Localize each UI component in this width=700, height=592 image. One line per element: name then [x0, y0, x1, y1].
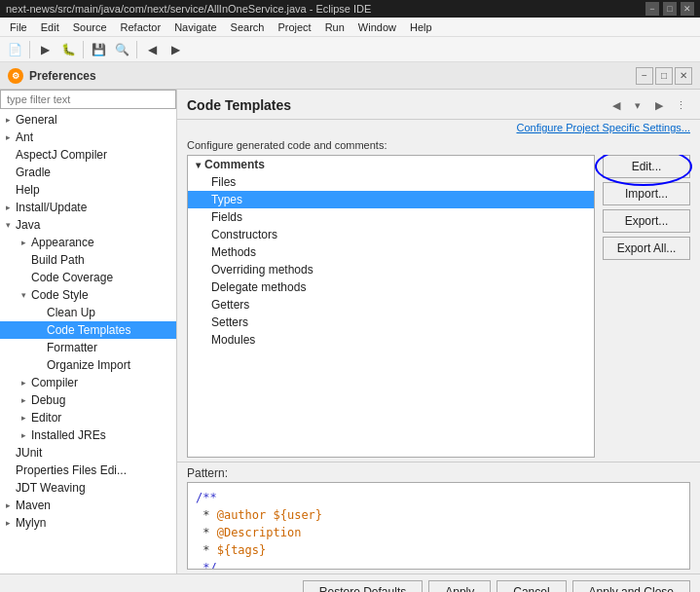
pattern-editor[interactable]: /** * @author ${user} * @Description * $… [187, 482, 690, 570]
toolbar-new[interactable]: 📄 [4, 39, 25, 60]
arrow-mylyn [0, 518, 16, 528]
tree-label-aspectj: AspectJ Compiler [16, 148, 107, 162]
tree-item-codetemplates[interactable]: Code Templates [0, 321, 176, 339]
tree-item-maven[interactable]: Maven [0, 497, 176, 514]
tree-item-buildpath[interactable]: Build Path [0, 251, 176, 269]
toolbar-save[interactable]: 💾 [88, 39, 109, 60]
tree-item-formatter[interactable]: Formatter [0, 339, 176, 356]
ct-item-getters[interactable]: Getters [188, 296, 594, 314]
toolbar-forward[interactable]: ▶ [165, 39, 186, 60]
tree-item-cleanup[interactable]: Clean Up [0, 304, 176, 321]
tree-item-help[interactable]: Help [0, 181, 176, 199]
nav-back[interactable]: ◀ [607, 95, 626, 115]
menu-file[interactable]: File [4, 20, 33, 34]
tree-label-gradle: Gradle [16, 166, 51, 179]
ct-arrow-comments: ▾ [196, 160, 201, 170]
ct-item-modules[interactable]: Modules [188, 331, 594, 349]
menu-refactor[interactable]: Refactor [115, 20, 167, 34]
tree-item-general[interactable]: General [0, 111, 176, 129]
filter-input[interactable] [0, 90, 176, 109]
tree-label-formatter: Formatter [47, 341, 97, 354]
tree-label-propertiesfiles: Properties Files Edi... [16, 463, 127, 477]
apply-close-button[interactable]: Apply and Close [572, 580, 690, 592]
arrow-debug [16, 395, 31, 405]
ct-item-methods[interactable]: Methods [188, 243, 594, 261]
maximize-button[interactable]: □ [663, 2, 677, 16]
tree-item-compiler[interactable]: Compiler [0, 374, 176, 391]
ct-item-comments[interactable]: ▾ Comments [188, 156, 594, 173]
nav-forward[interactable]: ▶ [649, 95, 669, 115]
tree-item-installedjres[interactable]: Installed JREs [0, 426, 176, 444]
nav-menu[interactable]: ⋮ [671, 95, 690, 115]
tree-label-installedjres: Installed JREs [31, 428, 106, 442]
tree-item-debug[interactable]: Debug [0, 391, 176, 409]
ct-item-constructors[interactable]: Constructors [188, 226, 594, 243]
dialog-close[interactable]: ✕ [675, 67, 692, 85]
tree-item-codestyle[interactable]: Code Style [0, 286, 176, 304]
toolbar-debug[interactable]: 🐛 [57, 39, 79, 60]
pattern-line-2: * @author ${user} [196, 506, 682, 524]
tree-item-aspectj[interactable]: AspectJ Compiler [0, 146, 176, 164]
export-button[interactable]: Export... [603, 209, 690, 233]
ct-item-setters[interactable]: Setters [188, 314, 594, 331]
tree-label-codestyle: Code Style [31, 288, 89, 302]
panel-title: Code Templates [187, 97, 291, 113]
eclipse-title: next-news/src/main/java/com/next/service… [6, 3, 645, 15]
tree-item-junit[interactable]: JUnit [0, 444, 176, 462]
menu-source[interactable]: Source [67, 20, 113, 34]
tree-item-mylyn[interactable]: Mylyn [0, 514, 176, 532]
export-all-button[interactable]: Export All... [603, 237, 690, 260]
tree-item-organizeimport[interactable]: Organize Import [0, 356, 176, 374]
dialog-maximize[interactable]: □ [655, 67, 673, 85]
tree-label-codecoverage: Code Coverage [31, 271, 113, 284]
toolbar-run[interactable]: ▶ [34, 39, 55, 60]
restore-defaults-button[interactable]: Restore Defaults [303, 580, 423, 592]
tree-item-gradle[interactable]: Gradle [0, 164, 176, 181]
menu-navigate[interactable]: Navigate [168, 20, 222, 34]
tree-label-compiler: Compiler [31, 376, 78, 389]
import-button[interactable]: Import... [603, 182, 690, 205]
close-button[interactable]: ✕ [681, 2, 694, 16]
tree-item-editor[interactable]: Editor [0, 409, 176, 426]
window-controls: − □ ✕ [645, 2, 694, 16]
dialog-footer: Restore Defaults Apply Cancel Apply and … [0, 574, 700, 592]
dialog-minimize[interactable]: − [636, 67, 653, 85]
arrow-compiler [16, 378, 31, 388]
menu-project[interactable]: Project [272, 20, 316, 34]
toolbar-search[interactable]: 🔍 [111, 39, 132, 60]
tree-item-ant[interactable]: Ant [0, 129, 176, 146]
menu-edit[interactable]: Edit [35, 20, 65, 34]
tree-label-organizeimport: Organize Import [47, 358, 130, 372]
cancel-button[interactable]: Cancel [497, 580, 566, 592]
ct-item-fields[interactable]: Fields [188, 208, 594, 226]
config-link[interactable]: Configure Project Specific Settings... [177, 120, 700, 135]
edit-button[interactable]: Edit... [603, 155, 690, 178]
tree-item-appearance[interactable]: Appearance [0, 234, 176, 251]
ct-label-methods: Methods [211, 245, 256, 259]
tree-item-codecoverage[interactable]: Code Coverage [0, 269, 176, 286]
ct-item-files[interactable]: Files [188, 173, 594, 191]
nav-dropdown[interactable]: ▾ [628, 95, 647, 115]
ct-label-fields: Fields [211, 210, 242, 224]
apply-button[interactable]: Apply [428, 580, 491, 592]
minimize-button[interactable]: − [645, 2, 659, 16]
ct-item-delegate[interactable]: Delegate methods [188, 278, 594, 296]
tree-label-jdtweaving: JDT Weaving [16, 481, 86, 495]
arrow-install [0, 203, 16, 212]
pattern-line-1: /** [196, 489, 682, 506]
tree-item-java[interactable]: Java [0, 216, 176, 234]
menu-search[interactable]: Search [225, 20, 271, 34]
menu-help[interactable]: Help [404, 20, 438, 34]
menu-window[interactable]: Window [352, 20, 402, 34]
ct-item-types[interactable]: Types [188, 191, 594, 208]
tree-label-appearance: Appearance [31, 236, 94, 249]
tree-item-propertiesfiles[interactable]: Properties Files Edi... [0, 462, 176, 479]
ct-item-overriding[interactable]: Overriding methods [188, 261, 594, 278]
pattern-section: Pattern: /** * @author ${user} * @Descri… [177, 462, 700, 574]
tree-item-install[interactable]: Install/Update [0, 199, 176, 216]
menu-run[interactable]: Run [319, 20, 350, 34]
toolbar-back[interactable]: ◀ [141, 39, 163, 60]
pattern-label: Pattern: [187, 466, 690, 480]
tree-item-jdtweaving[interactable]: JDT Weaving [0, 479, 176, 497]
panel-header: Code Templates ◀ ▾ ▶ ⋮ [177, 90, 700, 120]
